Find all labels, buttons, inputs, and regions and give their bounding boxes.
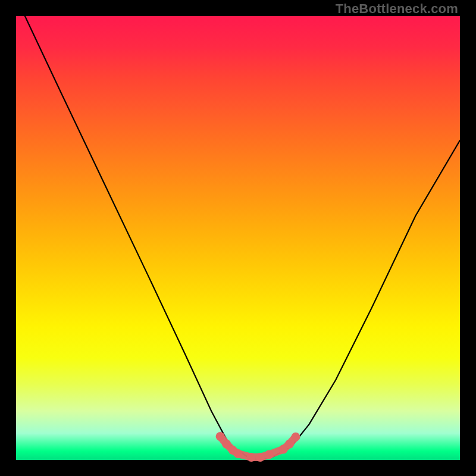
trough-marker bbox=[256, 453, 265, 462]
watermark-text: TheBottleneck.com bbox=[336, 1, 458, 17]
trough-marker bbox=[234, 449, 243, 458]
chart-frame: TheBottleneck.com bbox=[0, 0, 476, 476]
curve-layer bbox=[25, 16, 460, 459]
trough-markers bbox=[216, 432, 300, 462]
trough-marker bbox=[285, 440, 294, 449]
plot-area bbox=[16, 16, 460, 460]
trough-marker bbox=[247, 453, 256, 462]
chart-svg bbox=[16, 16, 460, 460]
bottleneck-curve bbox=[25, 16, 460, 459]
trough-marker bbox=[216, 432, 225, 441]
trough-marker bbox=[291, 433, 300, 441]
trough-marker bbox=[265, 450, 274, 459]
